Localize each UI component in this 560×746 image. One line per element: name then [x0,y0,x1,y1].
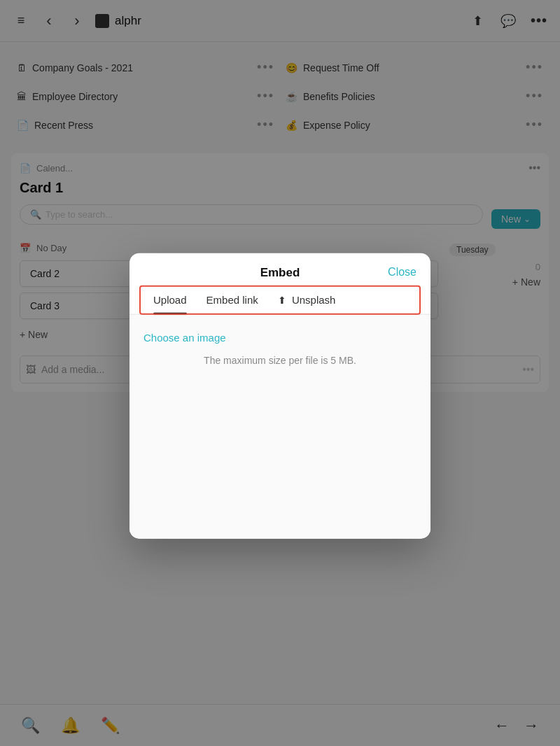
tab-embed-link[interactable]: Embed link [197,288,268,314]
max-size-text: The maximum size per file is 5 MB. [144,355,416,366]
modal-close-button[interactable]: Close [388,266,416,279]
tab-unsplash[interactable]: ⬆ Unsplash [268,288,346,314]
tab-upload[interactable]: Upload [144,288,197,314]
modal-body: Choose an image The maximum size per fil… [130,315,430,539]
modal-tabs: Upload Embed link ⬆ Unsplash [130,280,430,315]
modal-title: Embed [260,266,300,280]
unsplash-icon: ⬆ [278,295,286,306]
choose-image-link[interactable]: Choose an image [144,332,416,344]
modal-header: Embed Close [130,253,430,280]
embed-modal: Embed Close Upload Embed link ⬆ Unsplash… [130,253,430,539]
